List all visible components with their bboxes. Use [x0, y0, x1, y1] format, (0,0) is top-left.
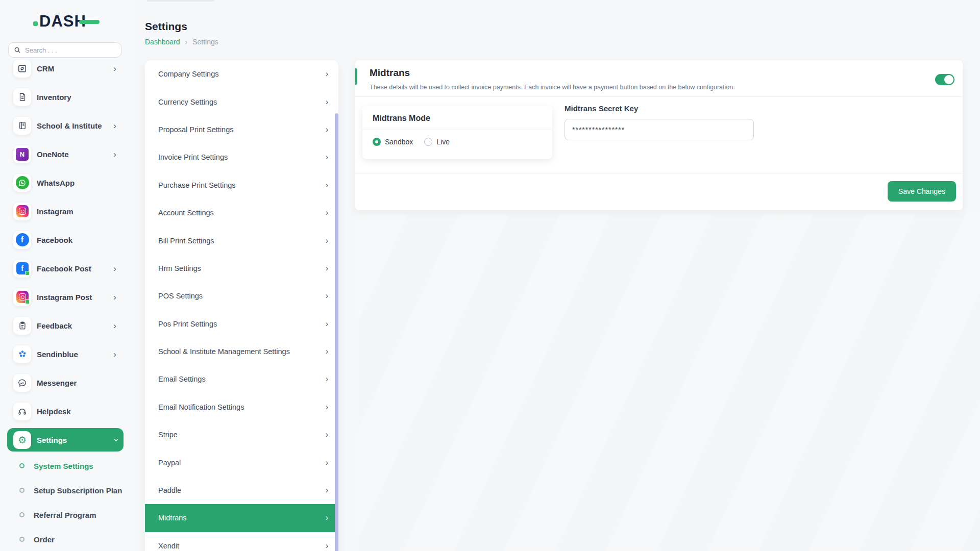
sidebar-item-inventory[interactable]: Inventory	[0, 83, 133, 111]
chevron-right-icon: ›	[326, 292, 328, 300]
settings-menu-item-paypal[interactable]: Paypal›	[145, 448, 338, 476]
sidebar-item-facebook-post[interactable]: fFacebook Post›	[0, 254, 133, 283]
save-changes-button[interactable]: Save Changes	[888, 181, 956, 202]
settings-menu-item-label: Paypal	[158, 459, 181, 467]
chevron-right-icon: ›	[326, 320, 328, 328]
settings-menu-item-email-settings[interactable]: Email Settings›	[145, 365, 338, 393]
secret-key-input[interactable]	[565, 119, 754, 140]
midtrans-mode-options: SandboxLive	[362, 130, 552, 154]
settings-menu-item-label: Email Settings	[158, 375, 206, 383]
sidebar-item-settings[interactable]: ⚙Settings›	[0, 425, 133, 454]
settings-menu-item-purchase-print-settings[interactable]: Purchase Print Settings›	[145, 171, 338, 199]
onenote-icon: N	[13, 145, 31, 163]
settings-menu-item-label: Currency Settings	[158, 98, 217, 106]
sidebar-item-messenger[interactable]: Messenger	[0, 368, 133, 397]
sidebar-item-sendinblue[interactable]: Sendinblue›	[0, 340, 133, 368]
sidebar-item-instagram-post[interactable]: Instagram Post›	[0, 283, 133, 311]
chevron-right-icon: ›	[326, 514, 328, 522]
sidebar-item-crm[interactable]: CRM›	[0, 54, 133, 83]
instagram-icon	[13, 203, 31, 220]
helpdesk-icon	[13, 403, 31, 420]
messenger-icon	[13, 374, 31, 392]
subnav-item-label: Setup Subscription Plan	[34, 486, 122, 495]
panel-accent-bar	[355, 68, 357, 85]
settings-subnav: System SettingsSetup Subscription PlanRe…	[0, 454, 133, 551]
chevron-right-icon: ›	[326, 153, 328, 161]
subnav-item-label: System Settings	[34, 462, 93, 470]
sidebar-item-whatsapp[interactable]: WhatsApp	[0, 168, 133, 197]
chevron-right-icon: ›	[326, 70, 328, 78]
subnav-item-label: Referral Program	[34, 511, 96, 519]
chevron-right-icon: ›	[326, 542, 328, 550]
chevron-right-icon: ›	[113, 64, 116, 73]
settings-menu-item-label: Proposal Print Settings	[158, 126, 234, 134]
settings-menu-list: Company Settings›Currency Settings›Propo…	[145, 60, 338, 551]
page-load-progress-remnant	[147, 0, 214, 2]
toggle-knob	[944, 75, 953, 84]
radio-label: Sandbox	[385, 138, 413, 146]
sidebar-item-label: Inventory	[37, 93, 71, 102]
chevron-down-icon: ›	[113, 438, 121, 441]
chevron-right-icon: ›	[326, 181, 328, 189]
settings-menu-item-proposal-print-settings[interactable]: Proposal Print Settings›	[145, 116, 338, 143]
settings-menu-item-label: Purchase Print Settings	[158, 181, 236, 189]
facebook-icon: f	[13, 231, 31, 249]
midtrans-enabled-toggle[interactable]	[935, 74, 954, 85]
settings-menu-item-account-settings[interactable]: Account Settings›	[145, 199, 338, 227]
settings-menu-scrollbar[interactable]	[335, 113, 338, 551]
settings-menu-item-label: Email Notification Settings	[158, 403, 244, 411]
sidebar-item-facebook[interactable]: fFacebook	[0, 226, 133, 254]
feedback-icon	[13, 317, 31, 335]
breadcrumb: Dashboard › Settings	[145, 38, 218, 46]
sidebar-item-feedback[interactable]: Feedback›	[0, 311, 133, 340]
midtrans-mode-title: Midtrans Mode	[362, 106, 552, 130]
breadcrumb-dashboard-link[interactable]: Dashboard	[145, 38, 180, 46]
settings-menu-item-paddle[interactable]: Paddle›	[145, 477, 338, 504]
sidebar-item-onenote[interactable]: NOneNote›	[0, 140, 133, 168]
settings-menu-item-bill-print-settings[interactable]: Bill Print Settings›	[145, 227, 338, 254]
settings-menu-item-hrm-settings[interactable]: Hrm Settings›	[145, 255, 338, 282]
inventory-icon	[13, 88, 31, 106]
settings-menu-item-midtrans[interactable]: Midtrans›	[145, 504, 338, 532]
sidebar-item-school-institute[interactable]: School & Institute›	[0, 111, 133, 140]
sidebar-item-label: School & Institute	[37, 121, 102, 130]
settings-menu-item-pos-print-settings[interactable]: Pos Print Settings›	[145, 310, 338, 338]
sidebar-item-label: WhatsApp	[37, 179, 75, 187]
settings-menu-item-label: Account Settings	[158, 209, 214, 217]
settings-menu-item-xendit[interactable]: Xendit›	[145, 532, 338, 551]
settings-menu-item-invoice-print-settings[interactable]: Invoice Print Settings›	[145, 143, 338, 171]
mode-radio-sandbox[interactable]: Sandbox	[373, 138, 413, 146]
app-logo[interactable]: DASH	[0, 11, 133, 32]
chevron-right-icon: ›	[326, 403, 328, 411]
settings-menu-card: Company Settings›Currency Settings›Propo…	[145, 60, 338, 551]
chevron-right-icon: ›	[113, 321, 116, 330]
subnav-item-system-settings[interactable]: System Settings	[0, 454, 133, 478]
search-input[interactable]	[25, 46, 116, 54]
settings-menu-item-pos-settings[interactable]: POS Settings›	[145, 282, 338, 310]
whatsapp-icon	[13, 174, 31, 192]
settings-menu-item-company-settings[interactable]: Company Settings›	[145, 60, 338, 88]
radio-unchecked-icon	[424, 138, 432, 146]
settings-menu-item-currency-settings[interactable]: Currency Settings›	[145, 88, 338, 115]
sidebar-item-helpdesk[interactable]: Helpdesk	[0, 397, 133, 425]
logo-dot	[33, 21, 38, 26]
settings-menu-item-school-institute-management-settings[interactable]: School & Institute Management Settings›	[145, 338, 338, 365]
secret-key-label: Midtrans Secret Key	[565, 104, 754, 113]
panel-description: These details will be used to collect in…	[370, 84, 735, 91]
chevron-right-icon: ›	[326, 347, 328, 356]
sidebar-item-label: Instagram	[37, 207, 74, 216]
subnav-item-order[interactable]: Order	[0, 527, 133, 551]
midtrans-panel: Midtrans These details will be used to c…	[355, 60, 963, 210]
sidebar-item-instagram[interactable]: Instagram	[0, 197, 133, 226]
subnav-item-setup-subscription-plan[interactable]: Setup Subscription Plan	[0, 478, 133, 503]
chevron-right-icon: ›	[326, 98, 328, 106]
subnav-item-referral-program[interactable]: Referral Program	[0, 503, 133, 527]
sidebar: DASH CRM›InventorySchool & Institute›NOn…	[0, 0, 133, 551]
midtrans-mode-card: Midtrans Mode SandboxLive	[362, 106, 552, 159]
settings-menu-item-label: Bill Print Settings	[158, 237, 214, 245]
facebook-post-icon: f	[13, 260, 31, 278]
chevron-right-icon: ›	[326, 237, 328, 245]
settings-menu-item-stripe[interactable]: Stripe›	[145, 421, 338, 448]
settings-menu-item-email-notification-settings[interactable]: Email Notification Settings›	[145, 393, 338, 421]
mode-radio-live[interactable]: Live	[424, 138, 450, 146]
